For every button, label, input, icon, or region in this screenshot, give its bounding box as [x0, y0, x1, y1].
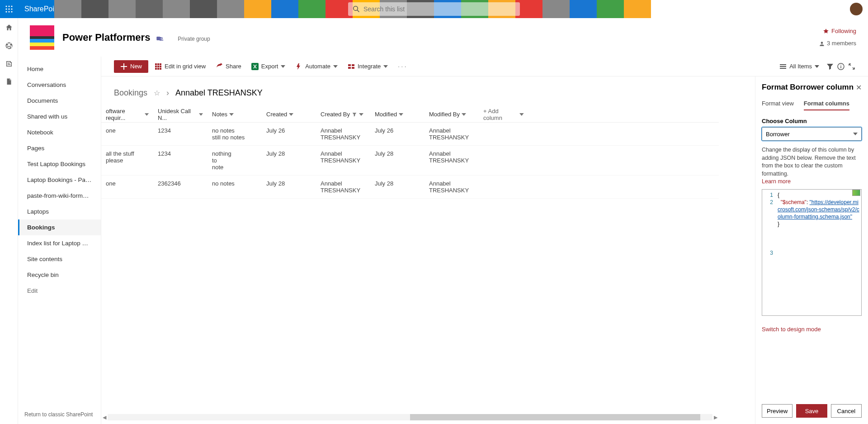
- add-column[interactable]: + Add column: [479, 108, 528, 121]
- breadcrumb-root[interactable]: Bookings: [114, 88, 147, 98]
- cell: July 28: [370, 180, 425, 187]
- column-header[interactable]: oftware requir...: [101, 108, 153, 121]
- follow-button[interactable]: Following: [819, 28, 856, 34]
- favorite-star-icon[interactable]: ☆: [154, 89, 160, 97]
- column-header[interactable]: Modified By: [425, 111, 479, 118]
- chevron-down-icon: [853, 133, 858, 135]
- edit-grid-button[interactable]: Edit in grid view: [151, 60, 209, 73]
- svg-point-6: [5, 11, 7, 12]
- teams-icon[interactable]: [156, 35, 163, 42]
- column-header[interactable]: Notes: [208, 111, 262, 118]
- new-button[interactable]: New: [114, 60, 148, 73]
- cell: Annabel TRESHANSKY: [316, 150, 370, 164]
- home-icon[interactable]: [5, 24, 13, 32]
- group-type: Private group: [178, 36, 210, 42]
- search-icon: [353, 5, 360, 13]
- files-icon[interactable]: [5, 78, 13, 86]
- integrate-button[interactable]: Integrate: [344, 60, 392, 73]
- app-launcher-icon[interactable]: [0, 0, 18, 18]
- search-input[interactable]: [363, 5, 515, 13]
- cell: July 28: [262, 180, 316, 187]
- classic-link[interactable]: Return to classic SharePoint: [24, 411, 93, 418]
- cell: July 26: [262, 127, 316, 134]
- table-row[interactable]: all the stuff please1234nothing to noteJ…: [101, 146, 719, 176]
- cell: Annabel TRESHANSKY: [425, 180, 479, 194]
- svg-point-3: [5, 8, 7, 10]
- user-avatar[interactable]: [850, 3, 863, 15]
- nav-item[interactable]: Bookings: [18, 219, 101, 235]
- horizontal-scrollbar[interactable]: ◀▶: [101, 413, 719, 421]
- nav-item[interactable]: Site contents: [18, 251, 101, 267]
- svg-point-2: [11, 5, 12, 7]
- cell: no notes still no notes: [208, 127, 262, 141]
- nav-item[interactable]: Test Laptop Bookings: [18, 156, 101, 172]
- tab-format-view[interactable]: Format view: [762, 100, 794, 110]
- cancel-button[interactable]: Cancel: [831, 404, 862, 418]
- export-button[interactable]: Export: [248, 60, 289, 73]
- settings-icon[interactable]: [809, 0, 827, 18]
- view-selector[interactable]: All Items: [776, 60, 823, 73]
- filter-icon[interactable]: [826, 63, 834, 70]
- more-button[interactable]: · · ·: [394, 60, 410, 72]
- megaphone-icon[interactable]: [790, 0, 808, 18]
- close-icon[interactable]: ✕: [856, 83, 862, 92]
- chevron-right-icon: ›: [166, 88, 169, 98]
- cell: no notes: [208, 180, 262, 187]
- cell: 2362346: [153, 180, 208, 187]
- nav-item[interactable]: Pages: [18, 140, 101, 156]
- table-row[interactable]: one2362346no notesJuly 28Annabel TRESHAN…: [101, 176, 719, 199]
- choose-column-label: Choose Column: [762, 118, 862, 124]
- breadcrumb-leaf: Annabel TRESHANSKY: [175, 88, 263, 98]
- svg-point-4: [8, 8, 9, 10]
- column-header[interactable]: Unidesk Call N...: [153, 108, 208, 121]
- automate-button[interactable]: Automate: [292, 60, 341, 73]
- cell: July 28: [262, 150, 316, 157]
- svg-point-0: [5, 5, 7, 7]
- json-editor[interactable]: 123 { "$schema": "https://developer.micr…: [762, 189, 862, 316]
- panel-title: Format Borrower column: [762, 83, 854, 92]
- nav-item[interactable]: Laptops: [18, 204, 101, 219]
- globe-icon[interactable]: [5, 42, 13, 50]
- svg-point-5: [11, 8, 12, 10]
- nav-item[interactable]: Documents: [18, 93, 101, 109]
- paste-badge-icon: [852, 190, 860, 196]
- preview-button[interactable]: Preview: [762, 404, 793, 418]
- learn-more-link[interactable]: Learn more: [762, 178, 862, 185]
- table-row[interactable]: one1234no notes still no notesJuly 26Ann…: [101, 123, 719, 146]
- site-logo[interactable]: [30, 25, 54, 50]
- site-title[interactable]: Power Platformers: [62, 32, 150, 43]
- members-count[interactable]: 3 members: [819, 40, 856, 47]
- tab-format-columns[interactable]: Format columns: [804, 100, 849, 110]
- cell: 1234: [153, 127, 208, 134]
- nav-item[interactable]: Laptop Bookings - Paste f...: [18, 172, 101, 188]
- cell: Annabel TRESHANSKY: [425, 150, 479, 164]
- nav-item[interactable]: Home: [18, 61, 101, 77]
- cell: July 26: [370, 127, 425, 134]
- cell: nothing to note: [208, 150, 262, 171]
- nav-edit[interactable]: Edit: [18, 283, 101, 299]
- nav-item[interactable]: Notebook: [18, 124, 101, 140]
- switch-design-mode-link[interactable]: Switch to design mode: [762, 326, 862, 333]
- expand-icon[interactable]: [848, 63, 855, 70]
- panel-description: Change the display of this column by add…: [762, 146, 862, 178]
- cell: 1234: [153, 150, 208, 157]
- cell: all the stuff please: [101, 150, 153, 164]
- save-button[interactable]: Save: [796, 404, 827, 418]
- info-icon[interactable]: [837, 63, 844, 70]
- search-box[interactable]: [348, 2, 520, 16]
- cell: July 28: [370, 150, 425, 157]
- nav-item[interactable]: paste-from-wiki-formatte...: [18, 188, 101, 204]
- help-icon[interactable]: [828, 0, 846, 18]
- nav-item[interactable]: Recycle bin: [18, 267, 101, 283]
- nav-item[interactable]: Shared with us: [18, 109, 101, 124]
- news-icon[interactable]: [5, 60, 13, 68]
- column-header[interactable]: Created By: [316, 111, 370, 118]
- column-header[interactable]: Created: [262, 111, 316, 118]
- share-button[interactable]: Share: [212, 60, 245, 73]
- cell: Annabel TRESHANSKY: [316, 127, 370, 141]
- column-header[interactable]: Modified: [370, 111, 425, 118]
- nav-item[interactable]: Conversations: [18, 77, 101, 93]
- nav-item[interactable]: Index list for Laptop Book...: [18, 235, 101, 251]
- svg-point-8: [11, 11, 12, 12]
- column-select[interactable]: Borrower: [762, 127, 862, 141]
